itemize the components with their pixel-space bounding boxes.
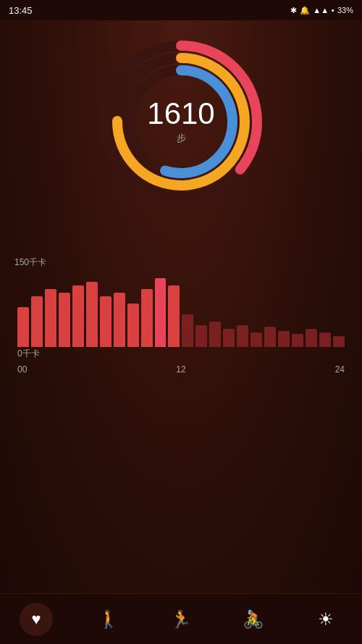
x-label-end: 24 bbox=[335, 364, 345, 375]
bar-item bbox=[292, 334, 303, 347]
calories-label: 活动消耗 bbox=[223, 223, 261, 236]
health-icon: ☀ bbox=[318, 609, 334, 630]
bar-chart-section: 150千卡 0千卡 00 12 24 bbox=[0, 256, 362, 375]
bar-item bbox=[209, 322, 221, 347]
status-time: 13:45 bbox=[9, 5, 33, 16]
activity-time-dot bbox=[148, 227, 153, 233]
bar-item bbox=[195, 325, 207, 347]
legend-activity-time: 活动时间 bbox=[148, 223, 195, 236]
bar-item bbox=[264, 327, 276, 347]
main-content: 1610 步 步数 活动时间 活动消耗 150千卡 0千卡 00 12 24 bbox=[0, 20, 362, 593]
bar-item bbox=[17, 307, 29, 347]
activity-time-label: 活动时间 bbox=[158, 223, 195, 236]
bar-item bbox=[306, 329, 317, 347]
chart-legend: 步数 活动时间 活动消耗 bbox=[101, 223, 261, 236]
heart-icon: ♥ bbox=[31, 610, 41, 629]
status-bar: 13:45 ✱ 🔔 ▲▲ ▪ 33% bbox=[0, 0, 362, 20]
chart-top-label: 150千卡 bbox=[14, 256, 348, 269]
battery-percent: 33% bbox=[337, 6, 353, 14]
bar-item bbox=[182, 314, 193, 347]
legend-steps: 步数 bbox=[101, 223, 130, 236]
nav-run[interactable]: 🏃 bbox=[163, 601, 199, 637]
nav-cycle[interactable]: 🚴 bbox=[235, 601, 272, 637]
bar-item bbox=[155, 278, 167, 347]
nav-heart[interactable]: ♥ bbox=[18, 601, 54, 637]
nav-health[interactable]: ☀ bbox=[308, 601, 344, 637]
ring-center: 1610 步 bbox=[147, 99, 214, 145]
nav-walk[interactable]: 🚶 bbox=[90, 601, 127, 637]
bar-item bbox=[86, 282, 98, 347]
steps-dot bbox=[101, 227, 107, 233]
bar-item bbox=[278, 331, 290, 347]
bar-item bbox=[45, 289, 56, 347]
legend-calories: 活动消耗 bbox=[213, 223, 261, 236]
x-label-start: 00 bbox=[17, 364, 27, 375]
bar-item bbox=[59, 293, 70, 347]
bluetooth-icon: ✱ bbox=[290, 6, 297, 15]
bar-item bbox=[223, 329, 235, 347]
bar-item bbox=[100, 296, 111, 347]
cycle-icon: 🚴 bbox=[243, 609, 264, 630]
bar-item bbox=[333, 336, 345, 347]
zero-label: 0千卡 bbox=[17, 348, 40, 360]
bar-item bbox=[127, 304, 139, 347]
bar-chart bbox=[14, 275, 348, 361]
bar-item bbox=[141, 289, 153, 347]
calories-dot bbox=[213, 227, 219, 233]
steps-label: 步数 bbox=[111, 223, 130, 236]
signal-icon: ▲▲ bbox=[313, 6, 329, 14]
bottom-nav: ♥ 🚶 🏃 🚴 ☀ bbox=[0, 593, 362, 644]
walk-icon: 🚶 bbox=[98, 609, 119, 630]
notification-icon: 🔔 bbox=[300, 6, 310, 15]
run-icon: 🏃 bbox=[170, 609, 192, 630]
bar-item bbox=[31, 296, 43, 347]
x-axis: 0千卡 00 12 24 bbox=[14, 361, 348, 375]
x-label-mid: 12 bbox=[176, 364, 185, 375]
bar-item bbox=[72, 285, 84, 347]
ring-chart: 1610 步 bbox=[94, 35, 268, 209]
bars-wrapper bbox=[14, 275, 348, 347]
battery-icon: ▪ bbox=[332, 6, 334, 14]
bar-item bbox=[237, 325, 248, 347]
bar-item bbox=[168, 285, 180, 347]
bar-item bbox=[114, 293, 125, 347]
steps-unit: 步 bbox=[147, 132, 214, 145]
steps-count: 1610 bbox=[147, 99, 214, 129]
status-icons: ✱ 🔔 ▲▲ ▪ 33% bbox=[290, 6, 353, 15]
bar-item bbox=[319, 333, 331, 347]
bar-item bbox=[251, 333, 262, 347]
